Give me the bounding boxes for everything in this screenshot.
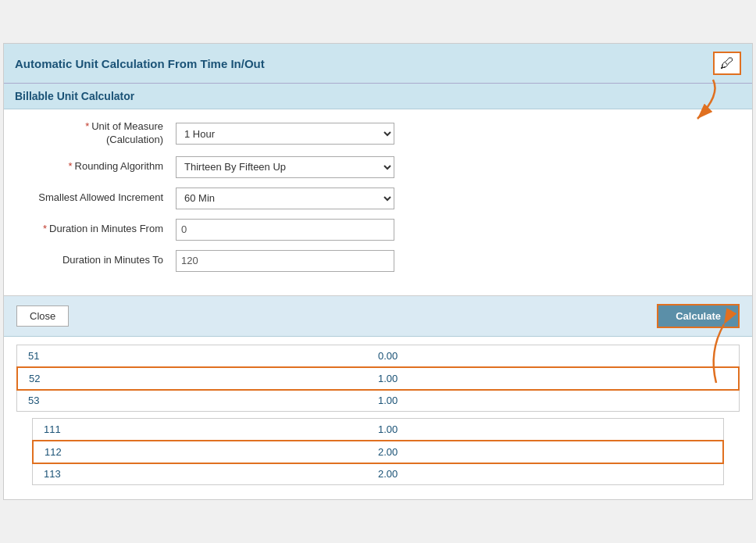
duration-to-input[interactable] xyxy=(176,250,394,272)
rounding-algorithm-row: *Rounding Algorithm Thirteen By Fifteen … xyxy=(20,156,736,178)
calc-icon-button[interactable]: 🖊 xyxy=(713,52,741,75)
duration-from-row: *Duration in Minutes From xyxy=(20,219,736,241)
form-area: *Unit of Measure(Calculation) 1 Hour Hal… xyxy=(4,109,752,296)
table-row: 111 1.00 xyxy=(33,419,723,441)
main-container: Automatic Unit Calculation From Time In/… xyxy=(3,43,753,500)
smallest-increment-row: Smallest Allowed Increment 60 Min 15 Min… xyxy=(20,188,736,209)
inner-row-2-col1: 112 xyxy=(45,446,378,458)
table-row-highlighted: 52 1.00 xyxy=(16,366,740,391)
calculate-btn-area: Calculate xyxy=(657,304,740,328)
unit-of-measure-row: *Unit of Measure(Calculation) 1 Hour Hal… xyxy=(20,120,736,147)
inner-row-1-col1: 111 xyxy=(44,423,378,435)
outer-row-3-col1: 53 xyxy=(28,395,378,406)
calculate-button[interactable]: Calculate xyxy=(657,304,740,328)
close-button[interactable]: Close xyxy=(16,305,69,327)
outer-row-2-col2: 1.00 xyxy=(378,373,727,384)
required-star-3: * xyxy=(43,223,47,234)
calc-icon-area: 🖊 xyxy=(713,52,741,75)
required-star-1: * xyxy=(85,120,89,132)
outer-table: 51 0.00 52 1.00 53 1.00 xyxy=(16,345,740,412)
button-bar: Close Calculate xyxy=(4,296,752,337)
inner-row-3-col2: 2.00 xyxy=(378,468,712,480)
results-area: 51 0.00 52 1.00 53 1.00 111 1.00 112 2.0… xyxy=(4,337,752,499)
outer-row-1-col2: 0.00 xyxy=(378,350,728,362)
unit-of-measure-select[interactable]: 1 Hour Half Hour 15 Min Quarter Hour xyxy=(176,123,394,145)
duration-from-input[interactable] xyxy=(176,219,394,241)
duration-to-label: Duration in Minutes To xyxy=(20,254,176,267)
duration-to-row: Duration in Minutes To xyxy=(20,250,736,272)
table-row: 53 1.00 xyxy=(17,390,739,411)
section-title: Billable Unit Calculator xyxy=(15,90,134,102)
header-title: Automatic Unit Calculation From Time In/… xyxy=(15,57,265,70)
section-header: Billable Unit Calculator xyxy=(4,84,752,109)
required-star-2: * xyxy=(68,160,72,172)
smallest-increment-select[interactable]: 60 Min 15 Min 30 Min xyxy=(176,188,394,209)
outer-row-1-col1: 51 xyxy=(28,350,378,362)
calculator-icon: 🖊 xyxy=(720,55,734,71)
inner-table: 111 1.00 112 2.00 113 2.00 xyxy=(32,418,724,485)
inner-row-2-col2: 2.00 xyxy=(378,446,711,458)
rounding-algorithm-select[interactable]: Thirteen By Fifteen Up Standard Always R… xyxy=(176,156,394,178)
table-row-highlighted-inner: 112 2.00 xyxy=(32,440,724,464)
outer-row-2-col1: 52 xyxy=(29,373,378,384)
table-row: 51 0.00 xyxy=(17,345,739,367)
inner-row-3-col1: 113 xyxy=(44,468,378,480)
inner-row-1-col2: 1.00 xyxy=(378,423,712,435)
smallest-increment-label: Smallest Allowed Increment xyxy=(20,191,176,205)
rounding-algorithm-label: *Rounding Algorithm xyxy=(20,160,176,173)
table-row: 113 2.00 xyxy=(33,463,723,484)
duration-from-label: *Duration in Minutes From xyxy=(20,223,176,236)
outer-row-3-col2: 1.00 xyxy=(378,395,728,406)
header-bar: Automatic Unit Calculation From Time In/… xyxy=(4,44,752,84)
unit-of-measure-label: *Unit of Measure(Calculation) xyxy=(20,120,176,147)
